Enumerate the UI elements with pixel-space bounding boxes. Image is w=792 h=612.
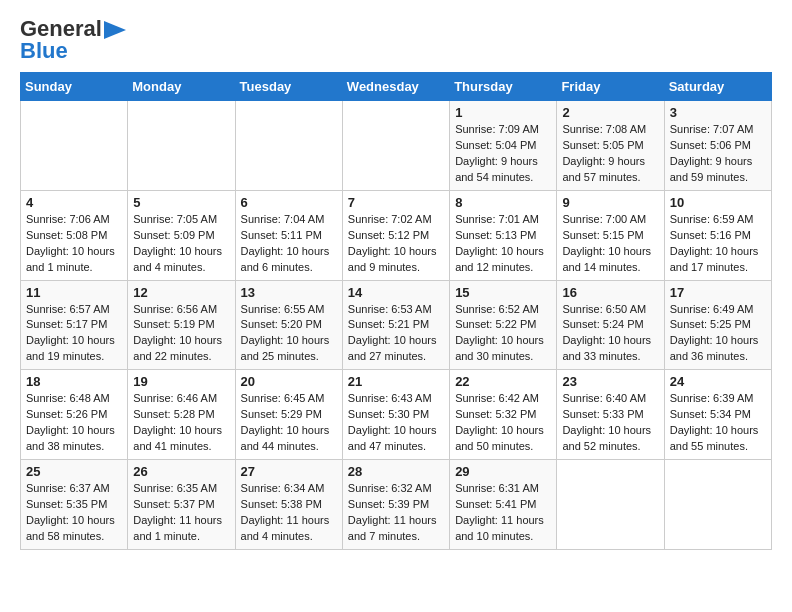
day-number: 9 — [562, 195, 658, 210]
calendar-cell — [557, 460, 664, 550]
cell-info: Daylight: 11 hours — [348, 513, 444, 529]
cell-info: and 6 minutes. — [241, 260, 337, 276]
calendar-cell: 13Sunrise: 6:55 AMSunset: 5:20 PMDayligh… — [235, 280, 342, 370]
calendar-table: SundayMondayTuesdayWednesdayThursdayFrid… — [20, 72, 772, 550]
calendar-cell: 28Sunrise: 6:32 AMSunset: 5:39 PMDayligh… — [342, 460, 449, 550]
cell-info: Sunrise: 6:50 AM — [562, 302, 658, 318]
cell-info: Sunrise: 7:04 AM — [241, 212, 337, 228]
cell-info: Daylight: 9 hours — [455, 154, 551, 170]
cell-info: Sunset: 5:25 PM — [670, 317, 766, 333]
cell-info: Sunrise: 6:40 AM — [562, 391, 658, 407]
calendar-cell: 19Sunrise: 6:46 AMSunset: 5:28 PMDayligh… — [128, 370, 235, 460]
cell-info: Sunrise: 7:09 AM — [455, 122, 551, 138]
cell-info: and 36 minutes. — [670, 349, 766, 365]
cell-info: and 14 minutes. — [562, 260, 658, 276]
cell-info: Sunset: 5:26 PM — [26, 407, 122, 423]
cell-info: Daylight: 10 hours — [562, 333, 658, 349]
cell-info: and 33 minutes. — [562, 349, 658, 365]
cell-info: Daylight: 10 hours — [562, 244, 658, 260]
day-number: 23 — [562, 374, 658, 389]
cell-info: Daylight: 9 hours — [670, 154, 766, 170]
week-row-1: 1Sunrise: 7:09 AMSunset: 5:04 PMDaylight… — [21, 101, 772, 191]
cell-info: Sunrise: 6:49 AM — [670, 302, 766, 318]
day-number: 20 — [241, 374, 337, 389]
col-header-monday: Monday — [128, 73, 235, 101]
day-number: 21 — [348, 374, 444, 389]
cell-info: Sunrise: 6:48 AM — [26, 391, 122, 407]
cell-info: Daylight: 11 hours — [241, 513, 337, 529]
cell-info: Daylight: 10 hours — [133, 244, 229, 260]
cell-info: and 17 minutes. — [670, 260, 766, 276]
cell-info: Sunset: 5:19 PM — [133, 317, 229, 333]
day-number: 25 — [26, 464, 122, 479]
cell-info: Sunrise: 6:31 AM — [455, 481, 551, 497]
week-row-3: 11Sunrise: 6:57 AMSunset: 5:17 PMDayligh… — [21, 280, 772, 370]
cell-info: Sunrise: 6:39 AM — [670, 391, 766, 407]
cell-info: Sunset: 5:09 PM — [133, 228, 229, 244]
svg-marker-0 — [104, 21, 126, 39]
cell-info: Sunset: 5:13 PM — [455, 228, 551, 244]
cell-info: Sunrise: 6:53 AM — [348, 302, 444, 318]
cell-info: Sunset: 5:15 PM — [562, 228, 658, 244]
cell-info: Sunrise: 7:06 AM — [26, 212, 122, 228]
calendar-cell — [128, 101, 235, 191]
cell-info: Daylight: 10 hours — [670, 244, 766, 260]
cell-info: Sunset: 5:16 PM — [670, 228, 766, 244]
day-number: 5 — [133, 195, 229, 210]
day-number: 14 — [348, 285, 444, 300]
cell-info: and 1 minute. — [133, 529, 229, 545]
calendar-cell — [21, 101, 128, 191]
cell-info: Daylight: 9 hours — [562, 154, 658, 170]
cell-info: Sunrise: 6:34 AM — [241, 481, 337, 497]
calendar-cell: 8Sunrise: 7:01 AMSunset: 5:13 PMDaylight… — [450, 190, 557, 280]
cell-info: Daylight: 10 hours — [348, 423, 444, 439]
day-number: 13 — [241, 285, 337, 300]
cell-info: Sunrise: 6:56 AM — [133, 302, 229, 318]
cell-info: and 52 minutes. — [562, 439, 658, 455]
cell-info: Sunset: 5:33 PM — [562, 407, 658, 423]
cell-info: Sunset: 5:41 PM — [455, 497, 551, 513]
cell-info: Sunrise: 7:05 AM — [133, 212, 229, 228]
cell-info: Daylight: 10 hours — [241, 333, 337, 349]
calendar-cell: 20Sunrise: 6:45 AMSunset: 5:29 PMDayligh… — [235, 370, 342, 460]
cell-info: Sunset: 5:22 PM — [455, 317, 551, 333]
cell-info: Sunrise: 6:55 AM — [241, 302, 337, 318]
cell-info: Sunrise: 6:45 AM — [241, 391, 337, 407]
col-header-sunday: Sunday — [21, 73, 128, 101]
cell-info: Daylight: 10 hours — [241, 244, 337, 260]
day-number: 11 — [26, 285, 122, 300]
cell-info: Sunset: 5:06 PM — [670, 138, 766, 154]
logo: General Blue — [20, 16, 126, 64]
cell-info: Sunrise: 6:43 AM — [348, 391, 444, 407]
cell-info: Sunset: 5:37 PM — [133, 497, 229, 513]
cell-info: Sunset: 5:30 PM — [348, 407, 444, 423]
cell-info: Sunrise: 6:37 AM — [26, 481, 122, 497]
calendar-cell: 7Sunrise: 7:02 AMSunset: 5:12 PMDaylight… — [342, 190, 449, 280]
cell-info: and 4 minutes. — [133, 260, 229, 276]
cell-info: and 19 minutes. — [26, 349, 122, 365]
week-row-4: 18Sunrise: 6:48 AMSunset: 5:26 PMDayligh… — [21, 370, 772, 460]
day-number: 19 — [133, 374, 229, 389]
cell-info: Sunset: 5:29 PM — [241, 407, 337, 423]
day-number: 26 — [133, 464, 229, 479]
cell-info: Sunset: 5:28 PM — [133, 407, 229, 423]
day-number: 8 — [455, 195, 551, 210]
cell-info: and 9 minutes. — [348, 260, 444, 276]
cell-info: and 55 minutes. — [670, 439, 766, 455]
cell-info: Sunrise: 6:57 AM — [26, 302, 122, 318]
calendar-cell: 21Sunrise: 6:43 AMSunset: 5:30 PMDayligh… — [342, 370, 449, 460]
cell-info: Sunset: 5:04 PM — [455, 138, 551, 154]
calendar-cell: 22Sunrise: 6:42 AMSunset: 5:32 PMDayligh… — [450, 370, 557, 460]
cell-info: Daylight: 10 hours — [670, 423, 766, 439]
week-row-5: 25Sunrise: 6:37 AMSunset: 5:35 PMDayligh… — [21, 460, 772, 550]
calendar-cell — [235, 101, 342, 191]
day-number: 18 — [26, 374, 122, 389]
cell-info: Daylight: 10 hours — [455, 244, 551, 260]
col-header-wednesday: Wednesday — [342, 73, 449, 101]
logo-triangle-icon — [104, 21, 126, 39]
calendar-cell: 10Sunrise: 6:59 AMSunset: 5:16 PMDayligh… — [664, 190, 771, 280]
cell-info: Sunrise: 6:52 AM — [455, 302, 551, 318]
cell-info: Sunset: 5:17 PM — [26, 317, 122, 333]
day-number: 1 — [455, 105, 551, 120]
day-number: 24 — [670, 374, 766, 389]
